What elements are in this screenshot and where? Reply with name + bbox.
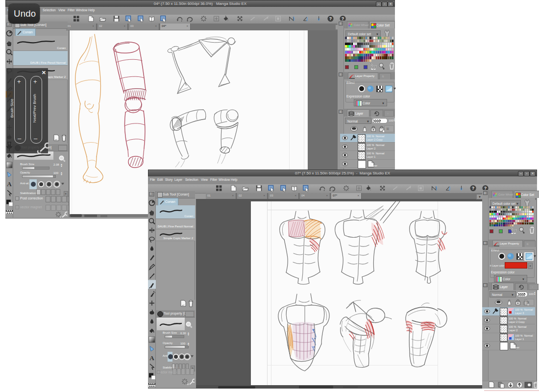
svg-text:A: A [7, 180, 12, 188]
svg-text:Brush Size: Brush Size [10, 98, 14, 118]
svg-text:A: A [149, 354, 154, 362]
svg-text:Next/Prev Brush: Next/Prev Brush [32, 94, 37, 122]
svg-text:?: ? [472, 186, 475, 191]
svg-text:?: ? [329, 16, 332, 21]
